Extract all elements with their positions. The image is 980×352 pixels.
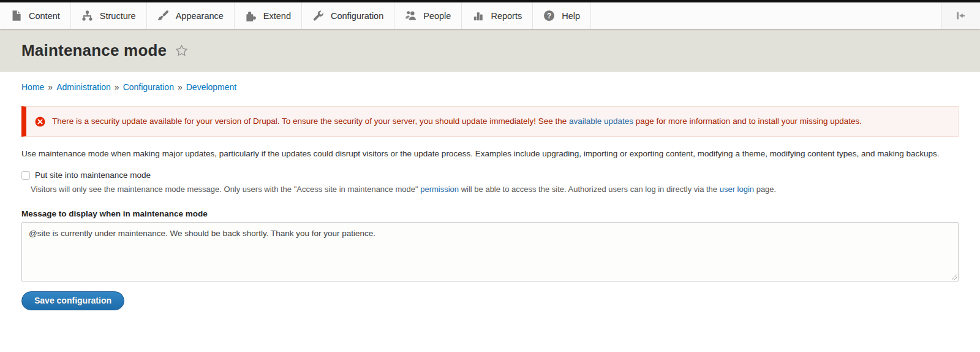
maintenance-mode-intro: Use maintenance mode when making major u…: [21, 147, 959, 161]
breadcrumb: Home»Administration»Configuration»Develo…: [21, 82, 959, 92]
svg-text:?: ?: [547, 12, 551, 20]
star-icon[interactable]: [175, 44, 189, 58]
error-text-before: There is a security update available for…: [52, 117, 569, 126]
error-icon: [35, 117, 45, 127]
description-text-middle: will be able to access the site. Authori…: [459, 185, 720, 194]
breadcrumb-link-administration[interactable]: Administration: [56, 82, 111, 92]
toolbar-item-structure[interactable]: Structure: [71, 2, 147, 29]
description-text-before: Visitors will only see the maintenance m…: [31, 185, 420, 194]
breadcrumb-link-configuration[interactable]: Configuration: [123, 82, 174, 92]
message-textarea-wrapper: @site is currently under maintenance. We…: [21, 222, 959, 281]
form-actions: Save configuration: [21, 291, 959, 310]
error-text-after: page for more information and to install…: [633, 117, 862, 126]
toolbar-item-configuration[interactable]: Configuration: [302, 2, 394, 29]
permission-link[interactable]: permission: [420, 185, 459, 194]
maintenance-mode-checkbox[interactable]: [21, 171, 30, 180]
user-login-link[interactable]: user login: [720, 185, 754, 194]
page-header: Maintenance mode: [0, 29, 980, 72]
maintenance-mode-description: Visitors will only see the maintenance m…: [31, 183, 959, 196]
breadcrumb-link-development[interactable]: Development: [186, 82, 237, 92]
toolbar-item-label: Extend: [263, 11, 291, 21]
maintenance-mode-checkbox-label[interactable]: Put site into maintenance mode: [35, 170, 151, 180]
main-content: Home»Administration»Configuration»Develo…: [0, 82, 980, 310]
toolbar-item-reports[interactable]: Reports: [462, 2, 533, 29]
save-configuration-button[interactable]: Save configuration: [21, 291, 124, 310]
breadcrumb-link-home[interactable]: Home: [21, 82, 44, 92]
toolbar-item-people[interactable]: People: [394, 2, 462, 29]
toolbar-item-appearance[interactable]: Appearance: [147, 2, 235, 29]
paintbrush-icon: [157, 10, 169, 21]
maintenance-mode-checkbox-row: Put site into maintenance mode: [21, 170, 959, 180]
sitemap-icon: [81, 10, 93, 21]
toolbar-item-label: Content: [29, 11, 60, 21]
textarea-resize-handle[interactable]: [951, 274, 957, 280]
wrench-icon: [312, 10, 324, 21]
puzzle-icon: [245, 10, 257, 21]
toolbar-item-extend[interactable]: Extend: [235, 2, 302, 29]
toolbar-item-help[interactable]: ? Help: [533, 2, 591, 29]
error-message: There is a security update available for…: [21, 106, 959, 137]
toolbar-item-label: Configuration: [331, 11, 383, 21]
description-text-after: page.: [754, 185, 776, 194]
error-message-text: There is a security update available for…: [52, 115, 862, 128]
maintenance-message-textarea[interactable]: @site is currently under maintenance. We…: [21, 222, 959, 281]
people-icon: [405, 10, 417, 21]
admin-toolbar: Content Structure Appearance Extend Conf…: [0, 2, 980, 29]
breadcrumb-separator: »: [115, 82, 119, 92]
toolbar-orientation-toggle-button[interactable]: [941, 2, 980, 29]
toolbar-spacer: [591, 2, 941, 29]
bar-chart-icon: [472, 10, 484, 21]
breadcrumb-separator: »: [48, 82, 53, 92]
toolbar-item-label: Appearance: [176, 11, 224, 21]
page-title: Maintenance mode: [21, 41, 167, 60]
toolbar-item-label: People: [423, 11, 451, 21]
help-icon: ?: [543, 10, 555, 21]
toolbar-item-content[interactable]: Content: [0, 2, 71, 29]
available-updates-link[interactable]: available updates: [569, 117, 633, 126]
breadcrumb-separator: »: [178, 82, 183, 92]
file-icon: [10, 10, 22, 21]
message-field-label: Message to display when in maintenance m…: [21, 209, 959, 218]
toolbar-item-label: Reports: [491, 11, 522, 21]
toolbar-item-label: Structure: [100, 11, 136, 21]
toolbar-item-label: Help: [562, 11, 580, 21]
toolbar-collapse-icon: [956, 10, 966, 21]
